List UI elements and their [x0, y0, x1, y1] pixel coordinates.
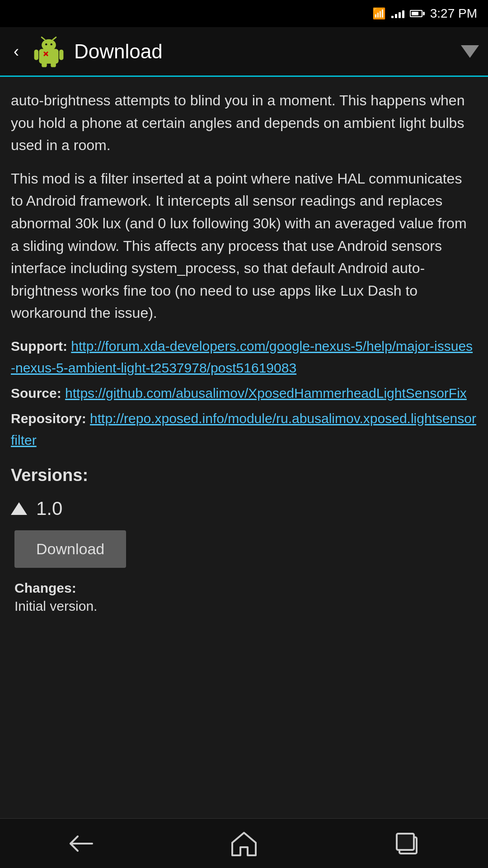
version-item: 1.0 [11, 498, 477, 519]
app-bar: ‹ Download [0, 27, 488, 77]
status-bar: 📶 3:27 PM [0, 0, 488, 27]
support-label: Support: [11, 339, 67, 354]
repository-label: Repository: [11, 411, 86, 426]
svg-rect-7 [59, 49, 63, 60]
nav-back-button[interactable] [54, 826, 108, 862]
changes-section: Changes: Initial version. [14, 580, 477, 614]
download-button[interactable]: Download [14, 530, 126, 568]
svg-line-4 [42, 37, 45, 40]
nav-recents-button[interactable] [380, 826, 434, 862]
status-time: 3:27 PM [430, 6, 477, 21]
svg-point-3 [51, 43, 52, 45]
svg-rect-0 [39, 49, 58, 63]
main-content: auto-brightness attempts to blind you in… [0, 77, 488, 818]
versions-title: Versions: [11, 466, 477, 485]
meta-support: Support: http://forum.xda-developers.com… [11, 335, 477, 379]
status-icons: 📶 3:27 PM [372, 6, 477, 21]
android-logo [33, 35, 65, 68]
signal-icon [391, 9, 404, 18]
svg-rect-8 [42, 62, 47, 67]
changes-label: Changes: [14, 580, 477, 596]
nav-home-button[interactable] [217, 826, 271, 862]
source-label: Source: [11, 386, 61, 401]
svg-line-5 [53, 37, 56, 40]
app-title: Download [74, 40, 452, 63]
description-paragraph1: auto-brightness attempts to blind you in… [11, 90, 477, 325]
svg-point-1 [42, 39, 56, 51]
source-link[interactable]: https://github.com/abusalimov/XposedHamm… [65, 386, 467, 401]
version-expand-icon[interactable] [11, 502, 27, 515]
recents-nav-icon [393, 831, 420, 856]
svg-rect-9 [51, 62, 56, 67]
wifi-icon: 📶 [372, 7, 386, 20]
back-button[interactable]: ‹ [9, 38, 23, 66]
changes-text: Initial version. [14, 599, 477, 614]
back-nav-icon [68, 834, 95, 854]
bottom-nav [0, 818, 488, 868]
meta-source: Source: https://github.com/abusalimov/Xp… [11, 382, 477, 404]
support-link[interactable]: http://forum.xda-developers.com/google-n… [11, 339, 473, 375]
svg-rect-15 [397, 834, 414, 850]
version-number: 1.0 [36, 498, 62, 519]
meta-repository: Repository: http://repo.xposed.info/modu… [11, 408, 477, 451]
svg-rect-6 [34, 49, 38, 60]
home-nav-icon [230, 831, 258, 856]
svg-point-2 [45, 43, 47, 45]
battery-icon [410, 10, 425, 17]
svg-marker-13 [232, 833, 256, 855]
dropdown-arrow-icon[interactable] [461, 45, 479, 58]
